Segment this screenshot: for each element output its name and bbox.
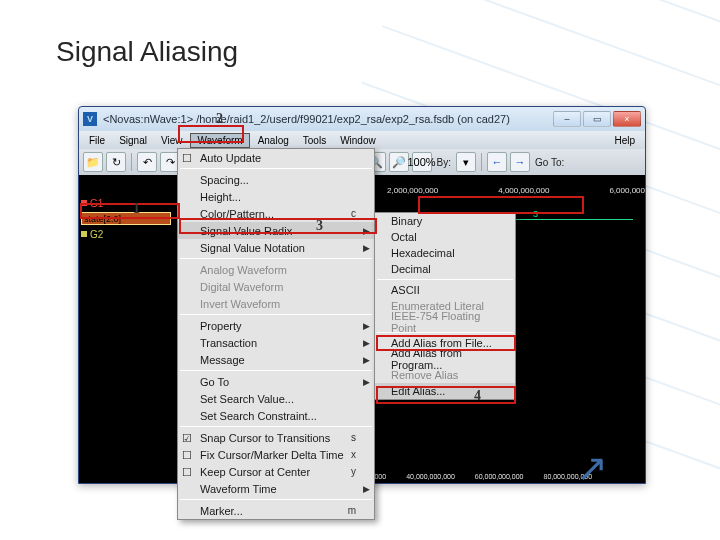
menu-transaction[interactable]: Transaction▶ <box>178 334 374 351</box>
menu-color[interactable]: Color/Pattern...c <box>178 205 374 222</box>
by-label: By: <box>435 157 453 168</box>
by-select-icon[interactable]: ▾ <box>456 152 476 172</box>
submenu-ascii[interactable]: ASCII <box>375 282 515 298</box>
menu-item-label: Marker... <box>200 505 243 517</box>
undo-icon[interactable]: ↶ <box>137 152 157 172</box>
checkbox-icon: ☐ <box>182 152 194 164</box>
maximize-button[interactable]: ▭ <box>583 111 611 127</box>
submenu-item-label: IEEE-754 Floating Point <box>391 310 507 334</box>
close-button[interactable]: × <box>613 111 641 127</box>
menu-search-constraint[interactable]: Set Search Constraint... <box>178 407 374 424</box>
signal-g1-label: G1 <box>90 198 103 209</box>
submenu-arrow-icon: ▶ <box>363 226 370 236</box>
menu-message[interactable]: Message▶ <box>178 351 374 368</box>
submenu-ieee[interactable]: IEEE-754 Floating Point <box>375 314 515 330</box>
callout-2: 2 <box>216 111 223 127</box>
menu-item-label: Digital Waveform <box>200 281 283 293</box>
submenu-binary[interactable]: Binary <box>375 213 515 229</box>
menu-waveform[interactable]: Waveform <box>190 133 249 148</box>
slide-title: Signal Aliasing <box>56 36 238 68</box>
menu-notation[interactable]: Signal Value Notation▶ <box>178 239 374 256</box>
submenu-add-alias-prog[interactable]: Add Alias from Program... <box>375 351 515 367</box>
submenu-item-label: Binary <box>391 215 422 227</box>
menu-item-label: Keep Cursor at Center <box>200 466 310 478</box>
zoom-100-icon[interactable]: 100% <box>412 152 432 172</box>
menu-tools[interactable]: Tools <box>297 134 332 147</box>
menu-item-label: Transaction <box>200 337 257 349</box>
submenu-arrow-icon: ▶ <box>363 243 370 253</box>
menu-digital-wf[interactable]: Digital Waveform <box>178 278 374 295</box>
checkbox-icon: ☑ <box>182 432 194 444</box>
menu-item-label: Signal Value Radix <box>200 225 292 237</box>
shortcut-label: s <box>351 432 356 443</box>
menu-item-label: Auto Update <box>200 152 261 164</box>
menu-item-label: Property <box>200 320 242 332</box>
menu-item-label: Snap Cursor to Transitions <box>200 432 330 444</box>
ruler-tick: 60,000,000,000 <box>475 473 524 480</box>
menu-analog-wf[interactable]: Analog Waveform <box>178 261 374 278</box>
menu-auto-update[interactable]: ☐Auto Update <box>178 149 374 166</box>
checkbox-icon: ☐ <box>182 449 194 461</box>
submenu-hex[interactable]: Hexadecimal <box>375 245 515 261</box>
menu-item-label: Color/Pattern... <box>200 208 274 220</box>
callout-3: 3 <box>316 218 323 234</box>
submenu-item-label: Octal <box>391 231 417 243</box>
arrow-pointer-icon: ↗ <box>576 446 608 490</box>
zoom-in-icon[interactable]: 🔎 <box>389 152 409 172</box>
menu-help[interactable]: Help <box>608 134 641 147</box>
menu-property[interactable]: Property▶ <box>178 317 374 334</box>
bullet-icon <box>81 200 87 206</box>
submenu-arrow-icon: ▶ <box>363 484 370 494</box>
menu-analog[interactable]: Analog <box>252 134 295 147</box>
ruler-tick: 2,000,000,000 <box>387 186 438 195</box>
menu-item-label: Set Search Constraint... <box>200 410 317 422</box>
signal-g2[interactable]: G2 <box>79 226 173 242</box>
callout-1: 1 <box>133 201 140 217</box>
menubar: File Signal View Waveform Analog Tools W… <box>79 131 645 149</box>
menu-signal[interactable]: Signal <box>113 134 153 147</box>
menu-radix[interactable]: Signal Value Radix▶ <box>178 222 374 239</box>
signal-state-label: state[2:0] <box>84 214 121 224</box>
titlebar: V <Novas:nWave:1> /home/raid1_2/userd/f9… <box>79 107 645 131</box>
signal-g1[interactable]: G1 <box>79 195 173 211</box>
goto-label: Go To: <box>533 157 566 168</box>
menu-waveform-time[interactable]: Waveform Time▶ <box>178 480 374 497</box>
submenu-arrow-icon: ▶ <box>363 355 370 365</box>
menu-spacing[interactable]: Spacing... <box>178 171 374 188</box>
menu-item-label: Height... <box>200 191 241 203</box>
callout-4: 4 <box>474 388 481 404</box>
menu-window[interactable]: Window <box>334 134 382 147</box>
menu-item-label: Invert Waveform <box>200 298 280 310</box>
menu-snap-cursor[interactable]: ☑Snap Cursor to Transitionss <box>178 429 374 446</box>
window-controls: – ▭ × <box>553 111 641 127</box>
menu-invert-wf[interactable]: Invert Waveform <box>178 295 374 312</box>
arrow-left-icon[interactable]: ← <box>487 152 507 172</box>
submenu-decimal[interactable]: Decimal <box>375 261 515 277</box>
menu-goto[interactable]: Go To▶ <box>178 373 374 390</box>
open-icon[interactable]: 📁 <box>83 152 103 172</box>
submenu-octal[interactable]: Octal <box>375 229 515 245</box>
menu-search-value[interactable]: Set Search Value... <box>178 390 374 407</box>
menu-item-label: Go To <box>200 376 229 388</box>
menu-fix-delta[interactable]: ☐Fix Cursor/Marker Delta Timex <box>178 446 374 463</box>
signal-state[interactable]: state[2:0] <box>81 212 171 225</box>
shortcut-label: y <box>351 466 356 477</box>
menu-item-label: Fix Cursor/Marker Delta Time <box>200 449 344 461</box>
ruler-tick: 4,000,000,000 <box>498 186 549 195</box>
arrow-right-icon[interactable]: → <box>510 152 530 172</box>
menu-file[interactable]: File <box>83 134 111 147</box>
submenu-item-label: Hexadecimal <box>391 247 455 259</box>
minimize-button[interactable]: – <box>553 111 581 127</box>
menu-view[interactable]: View <box>155 134 189 147</box>
checkbox-icon: ☐ <box>182 466 194 478</box>
menu-height[interactable]: Height... <box>178 188 374 205</box>
reload-icon[interactable]: ↻ <box>106 152 126 172</box>
submenu-item-label: Add Alias from Program... <box>391 347 507 371</box>
submenu-edit-alias[interactable]: Edit Alias... <box>375 383 515 399</box>
menu-marker[interactable]: Marker...m <box>178 502 374 519</box>
menu-item-label: Signal Value Notation <box>200 242 305 254</box>
menu-keep-center[interactable]: ☐Keep Cursor at Centery <box>178 463 374 480</box>
shortcut-label: c <box>351 208 356 219</box>
waveform-menu: ☐Auto Update Spacing... Height... Color/… <box>177 148 375 520</box>
menu-item-label: Set Search Value... <box>200 393 294 405</box>
